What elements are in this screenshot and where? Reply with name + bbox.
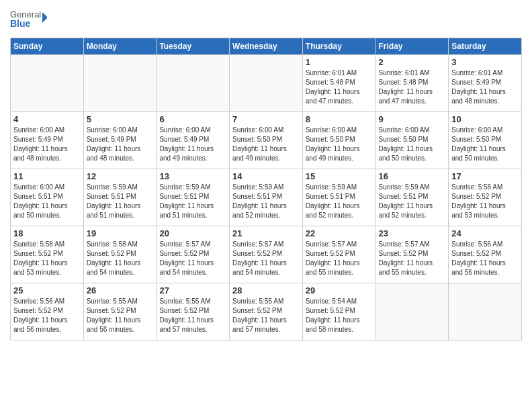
week-row-2: 4Sunrise: 6:00 AM Sunset: 5:49 PM Daylig…: [11, 112, 522, 169]
day-info: Sunrise: 5:57 AM Sunset: 5:52 PM Dayligh…: [159, 240, 226, 277]
day-number: 12: [87, 171, 154, 181]
weekday-header-sunday: Sunday: [11, 38, 84, 55]
day-number: 29: [306, 285, 373, 295]
day-info: Sunrise: 6:00 AM Sunset: 5:51 PM Dayligh…: [13, 183, 81, 220]
day-number: 28: [232, 285, 300, 295]
calendar-cell: 19Sunrise: 5:58 AM Sunset: 5:52 PM Dayli…: [83, 226, 157, 283]
day-number: 16: [379, 171, 446, 181]
weekday-header-monday: Monday: [83, 38, 157, 55]
day-number: 18: [13, 228, 81, 238]
calendar-cell: 6Sunrise: 6:00 AM Sunset: 5:49 PM Daylig…: [157, 112, 230, 169]
day-info: Sunrise: 5:59 AM Sunset: 5:51 PM Dayligh…: [232, 183, 300, 220]
calendar-cell: [157, 55, 230, 112]
week-row-5: 25Sunrise: 5:56 AM Sunset: 5:52 PM Dayli…: [11, 283, 522, 340]
day-number: 15: [306, 171, 373, 181]
day-info: Sunrise: 5:57 AM Sunset: 5:52 PM Dayligh…: [379, 240, 446, 277]
day-number: 2: [379, 57, 446, 67]
day-info: Sunrise: 5:57 AM Sunset: 5:52 PM Dayligh…: [306, 240, 373, 277]
logo-svg: General Blue: [10, 7, 47, 34]
day-number: 8: [306, 114, 373, 124]
day-info: Sunrise: 5:59 AM Sunset: 5:51 PM Dayligh…: [379, 183, 446, 220]
calendar-cell: 11Sunrise: 6:00 AM Sunset: 5:51 PM Dayli…: [11, 169, 84, 226]
page-header: General Blue: [10, 7, 522, 34]
day-number: 17: [451, 171, 519, 181]
day-info: Sunrise: 6:00 AM Sunset: 5:50 PM Dayligh…: [232, 126, 300, 163]
calendar-cell: 20Sunrise: 5:57 AM Sunset: 5:52 PM Dayli…: [157, 226, 230, 283]
calendar-cell: 23Sunrise: 5:57 AM Sunset: 5:52 PM Dayli…: [375, 226, 449, 283]
day-info: Sunrise: 6:00 AM Sunset: 5:50 PM Dayligh…: [379, 126, 446, 163]
day-info: Sunrise: 5:55 AM Sunset: 5:52 PM Dayligh…: [159, 297, 226, 334]
calendar-cell: 27Sunrise: 5:55 AM Sunset: 5:52 PM Dayli…: [157, 283, 230, 340]
day-info: Sunrise: 5:56 AM Sunset: 5:52 PM Dayligh…: [451, 240, 519, 277]
day-number: 27: [159, 285, 226, 295]
calendar-body: 1Sunrise: 6:01 AM Sunset: 5:48 PM Daylig…: [11, 55, 522, 340]
calendar-cell: 10Sunrise: 6:00 AM Sunset: 5:50 PM Dayli…: [449, 112, 522, 169]
day-number: 14: [232, 171, 300, 181]
calendar-cell: [83, 55, 157, 112]
day-info: Sunrise: 6:00 AM Sunset: 5:49 PM Dayligh…: [87, 126, 154, 163]
day-number: 25: [13, 285, 81, 295]
day-info: Sunrise: 5:57 AM Sunset: 5:52 PM Dayligh…: [232, 240, 300, 277]
svg-text:Blue: Blue: [10, 18, 31, 29]
day-number: 10: [451, 114, 519, 124]
calendar-cell: 8Sunrise: 6:00 AM Sunset: 5:50 PM Daylig…: [302, 112, 375, 169]
week-row-3: 11Sunrise: 6:00 AM Sunset: 5:51 PM Dayli…: [11, 169, 522, 226]
calendar-cell: 13Sunrise: 5:59 AM Sunset: 5:51 PM Dayli…: [157, 169, 230, 226]
calendar-cell: [11, 55, 84, 112]
calendar-cell: 3Sunrise: 6:01 AM Sunset: 5:49 PM Daylig…: [449, 55, 522, 112]
day-info: Sunrise: 6:01 AM Sunset: 5:48 PM Dayligh…: [379, 68, 446, 106]
weekday-header-thursday: Thursday: [302, 38, 375, 55]
calendar-cell: 14Sunrise: 5:59 AM Sunset: 5:51 PM Dayli…: [230, 169, 303, 226]
day-info: Sunrise: 6:01 AM Sunset: 5:49 PM Dayligh…: [451, 68, 519, 106]
calendar-cell: 28Sunrise: 5:55 AM Sunset: 5:52 PM Dayli…: [230, 283, 303, 340]
day-info: Sunrise: 5:59 AM Sunset: 5:51 PM Dayligh…: [159, 183, 226, 220]
day-number: 5: [87, 114, 154, 124]
calendar-cell: 15Sunrise: 5:59 AM Sunset: 5:51 PM Dayli…: [302, 169, 375, 226]
weekday-header-saturday: Saturday: [449, 38, 522, 55]
day-info: Sunrise: 5:54 AM Sunset: 5:52 PM Dayligh…: [306, 297, 373, 334]
calendar-cell: 12Sunrise: 5:59 AM Sunset: 5:51 PM Dayli…: [83, 169, 157, 226]
calendar-cell: 16Sunrise: 5:59 AM Sunset: 5:51 PM Dayli…: [375, 169, 449, 226]
weekday-header-row: SundayMondayTuesdayWednesdayThursdayFrid…: [11, 38, 522, 55]
day-info: Sunrise: 5:55 AM Sunset: 5:52 PM Dayligh…: [232, 297, 300, 334]
day-info: Sunrise: 5:58 AM Sunset: 5:52 PM Dayligh…: [451, 183, 519, 220]
calendar-cell: 29Sunrise: 5:54 AM Sunset: 5:52 PM Dayli…: [302, 283, 375, 340]
calendar-cell: [230, 55, 303, 112]
day-number: 4: [13, 114, 81, 124]
calendar-cell: 25Sunrise: 5:56 AM Sunset: 5:52 PM Dayli…: [11, 283, 84, 340]
calendar-cell: 17Sunrise: 5:58 AM Sunset: 5:52 PM Dayli…: [449, 169, 522, 226]
day-info: Sunrise: 5:55 AM Sunset: 5:52 PM Dayligh…: [87, 297, 154, 334]
day-info: Sunrise: 5:56 AM Sunset: 5:52 PM Dayligh…: [13, 297, 81, 334]
day-number: 11: [13, 171, 81, 181]
calendar-cell: 7Sunrise: 6:00 AM Sunset: 5:50 PM Daylig…: [230, 112, 303, 169]
day-number: 24: [451, 228, 519, 238]
day-number: 19: [87, 228, 154, 238]
calendar-cell: 21Sunrise: 5:57 AM Sunset: 5:52 PM Dayli…: [230, 226, 303, 283]
day-number: 1: [306, 57, 373, 67]
day-info: Sunrise: 5:59 AM Sunset: 5:51 PM Dayligh…: [87, 183, 154, 220]
calendar-cell: 2Sunrise: 6:01 AM Sunset: 5:48 PM Daylig…: [375, 55, 449, 112]
calendar-cell: [375, 283, 449, 340]
calendar-cell: 4Sunrise: 6:00 AM Sunset: 5:49 PM Daylig…: [11, 112, 84, 169]
day-number: 3: [451, 57, 519, 67]
week-row-1: 1Sunrise: 6:01 AM Sunset: 5:48 PM Daylig…: [11, 55, 522, 112]
day-number: 20: [159, 228, 226, 238]
day-number: 13: [159, 171, 226, 181]
day-info: Sunrise: 5:58 AM Sunset: 5:52 PM Dayligh…: [13, 240, 81, 277]
week-row-4: 18Sunrise: 5:58 AM Sunset: 5:52 PM Dayli…: [11, 226, 522, 283]
weekday-header-friday: Friday: [375, 38, 449, 55]
day-number: 23: [379, 228, 446, 238]
day-number: 9: [379, 114, 446, 124]
day-info: Sunrise: 5:59 AM Sunset: 5:51 PM Dayligh…: [306, 183, 373, 220]
day-number: 21: [232, 228, 300, 238]
day-info: Sunrise: 5:58 AM Sunset: 5:52 PM Dayligh…: [87, 240, 154, 277]
day-info: Sunrise: 6:00 AM Sunset: 5:49 PM Dayligh…: [159, 126, 226, 163]
weekday-header-wednesday: Wednesday: [230, 38, 303, 55]
day-info: Sunrise: 6:00 AM Sunset: 5:50 PM Dayligh…: [306, 126, 373, 163]
calendar-cell: 22Sunrise: 5:57 AM Sunset: 5:52 PM Dayli…: [302, 226, 375, 283]
calendar-cell: 18Sunrise: 5:58 AM Sunset: 5:52 PM Dayli…: [11, 226, 84, 283]
day-info: Sunrise: 6:00 AM Sunset: 5:49 PM Dayligh…: [13, 126, 81, 163]
svg-marker-2: [42, 12, 47, 23]
logo: General Blue: [10, 7, 47, 34]
day-number: 6: [159, 114, 226, 124]
